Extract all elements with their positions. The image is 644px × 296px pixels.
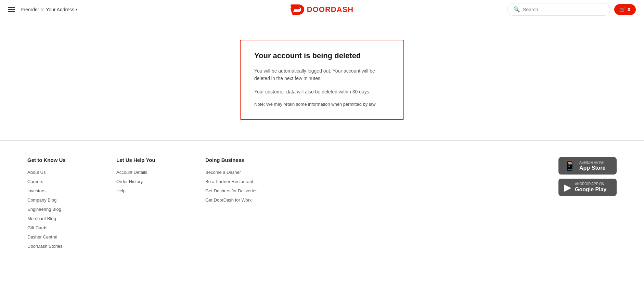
- app-store-label-large: App Store: [579, 165, 605, 171]
- footer-column-let-us-help-you: Let Us Help You Account Details Order Hi…: [116, 157, 185, 253]
- google-play-label-large: Google Play: [575, 186, 606, 193]
- account-deleted-box: Your account is being deleted You will b…: [240, 40, 404, 120]
- header-left: Preorder to Your Address ▾: [8, 7, 77, 12]
- hamburger-menu-button[interactable]: [8, 7, 15, 12]
- footer-col2-title: Let Us Help You: [116, 157, 185, 163]
- footer-link-about-us[interactable]: About Us: [27, 170, 96, 175]
- footer-col3-title: Doing Business: [205, 157, 274, 163]
- footer-link-doordash-stories[interactable]: DoorDash Stories: [27, 244, 96, 249]
- header-right: 🔍 🛒 0: [507, 3, 636, 16]
- footer-link-gift-cards[interactable]: Gift Cards: [27, 225, 96, 230]
- doordash-logo-icon: [291, 4, 304, 15]
- footer-content: Get to Know Us About Us Careers Investor…: [27, 157, 617, 253]
- cart-icon: 🛒: [620, 7, 626, 12]
- footer-link-dasher-central[interactable]: Dasher Central: [27, 234, 96, 240]
- preorder-label: Preorder: [21, 7, 39, 12]
- google-play-button[interactable]: ▶ ANDROID APP ON Google Play: [558, 179, 617, 196]
- footer-link-help[interactable]: Help: [116, 188, 185, 193]
- footer-link-careers[interactable]: Careers: [27, 179, 96, 184]
- account-deleted-title: Your account is being deleted: [254, 51, 390, 60]
- doordash-logo[interactable]: DOORDASH: [291, 4, 353, 15]
- apple-icon: 📱: [564, 161, 576, 171]
- footer-link-company-blog[interactable]: Company Blog: [27, 197, 96, 203]
- preorder-to-word: to: [40, 7, 44, 12]
- footer-link-account-details[interactable]: Account Details: [116, 170, 185, 175]
- chevron-down-icon: ▾: [76, 8, 77, 11]
- google-play-label-small: ANDROID APP ON: [575, 182, 606, 186]
- google-play-icon: ▶: [564, 183, 571, 192]
- cart-count: 0: [628, 7, 630, 12]
- app-store-button[interactable]: 📱 Available on the App Store: [558, 157, 617, 175]
- footer-link-doordash-work[interactable]: Get DoorDash for Work: [205, 197, 274, 203]
- footer-link-engineering-blog[interactable]: Engineering Blog: [27, 207, 96, 212]
- delivery-address: Your Address: [46, 7, 74, 12]
- account-deleted-text2: Your customer data will also be deleted …: [254, 88, 390, 95]
- google-play-text: ANDROID APP ON Google Play: [575, 182, 606, 193]
- footer-link-merchant-blog[interactable]: Merchant Blog: [27, 216, 96, 221]
- preorder-address-button[interactable]: Preorder to Your Address ▾: [21, 7, 77, 12]
- cart-button[interactable]: 🛒 0: [614, 4, 636, 15]
- app-store-text: Available on the App Store: [579, 160, 605, 171]
- footer-link-partner-restaurant[interactable]: Be a Partner Restaurant: [205, 179, 274, 184]
- search-icon: 🔍: [513, 6, 520, 13]
- main-content: Your account is being deleted You will b…: [0, 19, 644, 140]
- footer-link-investors[interactable]: Investors: [27, 188, 96, 193]
- account-deleted-note: Note: We may retain some information whe…: [254, 101, 390, 108]
- header: Preorder to Your Address ▾ DOORDASH 🔍 🛒 …: [0, 0, 644, 19]
- footer-apps: 📱 Available on the App Store ▶ ANDROID A…: [558, 157, 617, 253]
- search-input[interactable]: [523, 7, 604, 12]
- footer: Get to Know Us About Us Careers Investor…: [0, 140, 644, 267]
- footer-col1-title: Get to Know Us: [27, 157, 96, 163]
- doordash-logo-text: DOORDASH: [307, 5, 353, 14]
- footer-link-become-dasher[interactable]: Become a Dasher: [205, 170, 274, 175]
- app-store-label-small: Available on the: [579, 160, 605, 165]
- search-bar[interactable]: 🔍: [507, 3, 610, 16]
- footer-column-get-to-know-us: Get to Know Us About Us Careers Investor…: [27, 157, 96, 253]
- footer-link-dashers-deliveries[interactable]: Get Dashers for Deliveries: [205, 188, 274, 193]
- account-deleted-text1: You will be automatically logged out. Yo…: [254, 67, 390, 82]
- footer-link-order-history[interactable]: Order History: [116, 179, 185, 184]
- footer-column-doing-business: Doing Business Become a Dasher Be a Part…: [205, 157, 274, 253]
